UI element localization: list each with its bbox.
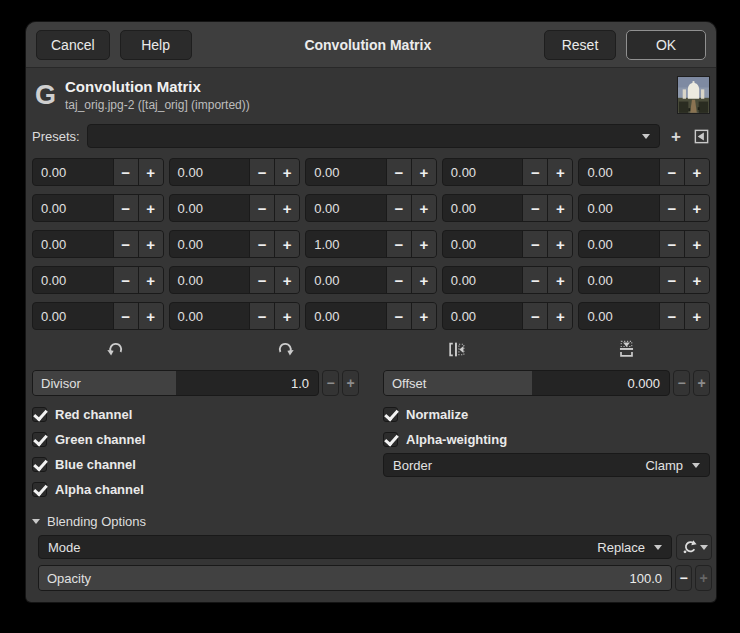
split-view-checkbox[interactable]: Split view (632, 601, 710, 602)
divisor-decrement-button[interactable]: − (322, 370, 339, 396)
increment-button[interactable]: + (547, 195, 572, 221)
matrix-cell-value[interactable]: 0.00 (443, 231, 523, 257)
preview-checkbox[interactable]: Preview (32, 601, 104, 602)
matrix-cell-value[interactable]: 0.00 (33, 303, 113, 329)
presets-combobox[interactable] (87, 124, 660, 148)
decrement-button[interactable]: − (113, 231, 138, 257)
blue-channel-checkbox[interactable]: Blue channel (32, 452, 359, 477)
increment-button[interactable]: + (684, 195, 709, 221)
increment-button[interactable]: + (274, 159, 299, 185)
decrement-button[interactable]: − (386, 195, 411, 221)
increment-button[interactable]: + (411, 267, 436, 293)
rotate-right-button[interactable] (273, 337, 299, 361)
blending-options-expander[interactable]: Blending Options (32, 514, 710, 529)
help-button[interactable]: Help (120, 30, 192, 60)
increment-button[interactable]: + (274, 195, 299, 221)
matrix-cell-value[interactable]: 0.00 (443, 195, 523, 221)
increment-button[interactable]: + (684, 303, 709, 329)
matrix-cell-value[interactable]: 1.00 (306, 231, 386, 257)
presets-menu-button[interactable] (692, 126, 710, 146)
increment-button[interactable]: + (547, 303, 572, 329)
matrix-cell-value[interactable]: 0.00 (579, 195, 659, 221)
increment-button[interactable]: + (138, 195, 163, 221)
opacity-increment-button[interactable]: + (695, 565, 712, 591)
increment-button[interactable]: + (411, 303, 436, 329)
red-channel-checkbox[interactable]: Red channel (32, 402, 359, 427)
matrix-cell-value[interactable]: 0.00 (579, 159, 659, 185)
increment-button[interactable]: + (274, 231, 299, 257)
opacity-decrement-button[interactable]: − (675, 565, 692, 591)
matrix-cell-value[interactable]: 0.00 (170, 195, 250, 221)
reset-button[interactable]: Reset (544, 30, 616, 60)
matrix-cell-value[interactable]: 0.00 (443, 267, 523, 293)
divisor-increment-button[interactable]: + (342, 370, 359, 396)
decrement-button[interactable]: − (659, 231, 684, 257)
decrement-button[interactable]: − (522, 159, 547, 185)
decrement-button[interactable]: − (522, 267, 547, 293)
increment-button[interactable]: + (547, 267, 572, 293)
flip-vertical-button[interactable] (614, 337, 640, 361)
matrix-cell-value[interactable]: 0.00 (33, 267, 113, 293)
mode-reset-button[interactable] (676, 534, 712, 560)
decrement-button[interactable]: − (522, 303, 547, 329)
decrement-button[interactable]: − (249, 303, 274, 329)
decrement-button[interactable]: − (113, 159, 138, 185)
decrement-button[interactable]: − (249, 231, 274, 257)
matrix-cell-value[interactable]: 0.00 (443, 303, 523, 329)
decrement-button[interactable]: − (386, 231, 411, 257)
divisor-slider[interactable]: Divisor 1.0 (32, 370, 319, 396)
matrix-cell-value[interactable]: 0.00 (170, 303, 250, 329)
opacity-slider[interactable]: Opacity 100.0 (38, 565, 672, 591)
rotate-left-button[interactable] (102, 337, 128, 361)
increment-button[interactable]: + (411, 159, 436, 185)
matrix-cell-value[interactable]: 0.00 (170, 231, 250, 257)
matrix-cell-value[interactable]: 0.00 (306, 159, 386, 185)
cancel-button[interactable]: Cancel (36, 30, 110, 60)
decrement-button[interactable]: − (386, 267, 411, 293)
border-select[interactable]: Border Clamp (383, 453, 710, 477)
mode-select[interactable]: Mode Replace (38, 535, 672, 559)
matrix-cell-value[interactable]: 0.00 (579, 231, 659, 257)
increment-button[interactable]: + (138, 303, 163, 329)
increment-button[interactable]: + (138, 159, 163, 185)
normalize-checkbox[interactable]: Normalize (383, 402, 710, 427)
increment-button[interactable]: + (411, 195, 436, 221)
decrement-button[interactable]: − (249, 159, 274, 185)
matrix-cell-value[interactable]: 0.00 (443, 159, 523, 185)
increment-button[interactable]: + (274, 267, 299, 293)
green-channel-checkbox[interactable]: Green channel (32, 427, 359, 452)
increment-button[interactable]: + (684, 159, 709, 185)
alpha-channel-checkbox[interactable]: Alpha channel (32, 477, 359, 502)
matrix-cell-value[interactable]: 0.00 (170, 267, 250, 293)
matrix-cell-value[interactable]: 0.00 (33, 231, 113, 257)
decrement-button[interactable]: − (659, 267, 684, 293)
add-preset-button[interactable]: + (667, 126, 685, 146)
alpha-weighting-checkbox[interactable]: Alpha-weighting (383, 427, 710, 452)
increment-button[interactable]: + (684, 267, 709, 293)
decrement-button[interactable]: − (522, 195, 547, 221)
matrix-cell-value[interactable]: 0.00 (306, 267, 386, 293)
matrix-cell-value[interactable]: 0.00 (306, 303, 386, 329)
decrement-button[interactable]: − (249, 267, 274, 293)
matrix-cell-value[interactable]: 0.00 (33, 195, 113, 221)
offset-increment-button[interactable]: + (693, 370, 710, 396)
flip-horizontal-button[interactable] (443, 337, 469, 361)
merge-filter-checkbox[interactable]: Merge filter (130, 601, 218, 602)
decrement-button[interactable]: − (659, 195, 684, 221)
decrement-button[interactable]: − (522, 231, 547, 257)
increment-button[interactable]: + (547, 159, 572, 185)
increment-button[interactable]: + (138, 267, 163, 293)
increment-button[interactable]: + (684, 231, 709, 257)
decrement-button[interactable]: − (386, 159, 411, 185)
decrement-button[interactable]: − (113, 303, 138, 329)
matrix-cell-value[interactable]: 0.00 (33, 159, 113, 185)
increment-button[interactable]: + (547, 231, 572, 257)
offset-slider[interactable]: Offset 0.000 (383, 370, 670, 396)
decrement-button[interactable]: − (249, 195, 274, 221)
decrement-button[interactable]: − (386, 303, 411, 329)
matrix-cell-value[interactable]: 0.00 (579, 303, 659, 329)
decrement-button[interactable]: − (659, 303, 684, 329)
increment-button[interactable]: + (411, 231, 436, 257)
ok-button[interactable]: OK (626, 30, 706, 60)
offset-decrement-button[interactable]: − (673, 370, 690, 396)
